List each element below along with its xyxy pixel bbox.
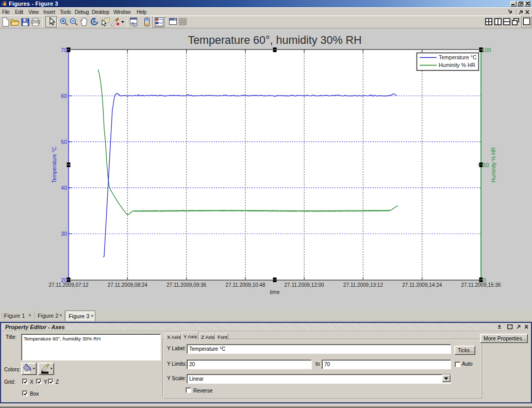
svg-text:30: 30 [61, 231, 67, 237]
svg-text:27.11.2009,08:24: 27.11.2009,08:24 [108, 282, 148, 288]
svg-text:27.11.2009,13:12: 27.11.2009,13:12 [343, 282, 384, 288]
svg-text:Temperature 60°, humidity 30%: Temperature 60°, humidity 30% RH [188, 34, 361, 46]
svg-text:70: 70 [61, 47, 67, 53]
svg-text:Temperature °C: Temperature °C [439, 54, 477, 60]
svg-text:27.11.2009,07:12: 27.11.2009,07:12 [48, 282, 89, 288]
svg-text:60: 60 [61, 93, 67, 99]
svg-text:Huminity % HR: Huminity % HR [439, 62, 476, 68]
svg-text:27.11.2009,12:00: 27.11.2009,12:00 [285, 282, 325, 288]
svg-text:27.11.2009,15:36: 27.11.2009,15:36 [461, 282, 501, 288]
svg-text:Temperature °C: Temperature °C [52, 146, 57, 183]
svg-text:50: 50 [483, 162, 489, 168]
svg-text:50: 50 [61, 139, 67, 145]
svg-text:time: time [270, 289, 280, 295]
svg-text:100: 100 [482, 47, 491, 53]
svg-text:Huminity % HR: Huminity % HR [491, 148, 496, 183]
svg-text:27.11.2009,09:36: 27.11.2009,09:36 [167, 282, 207, 288]
svg-text:27.11.2009,14:24: 27.11.2009,14:24 [402, 282, 442, 288]
svg-text:27.11.2009,10:48: 27.11.2009,10:48 [225, 282, 265, 288]
svg-text:40: 40 [61, 185, 67, 191]
